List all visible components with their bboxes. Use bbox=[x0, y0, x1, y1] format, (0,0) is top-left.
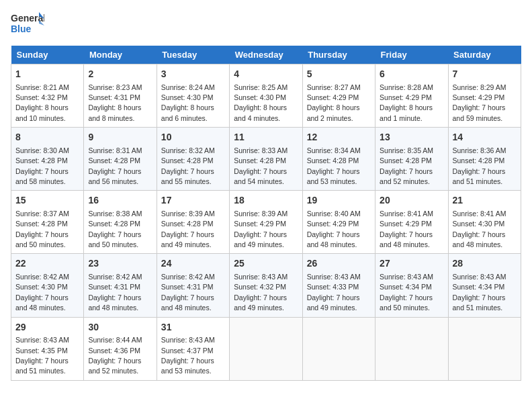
sunset: Sunset: 4:34 PM bbox=[380, 283, 432, 291]
calendar-cell: 15Sunrise: 8:37 AMSunset: 4:28 PMDayligh… bbox=[11, 191, 84, 254]
calendar-header-thursday: Thursday bbox=[302, 46, 375, 64]
sunset: Sunset: 4:34 PM bbox=[453, 283, 505, 291]
daylight: Daylight: 8 hours and 2 minutes. bbox=[307, 103, 360, 122]
day-number: 8 bbox=[15, 131, 79, 144]
sunrise: Sunrise: 8:40 AM bbox=[307, 210, 361, 218]
sunset: Sunset: 4:31 PM bbox=[161, 283, 214, 291]
daylight: Daylight: 7 hours and 53 minutes. bbox=[161, 357, 214, 375]
calendar-cell: 16Sunrise: 8:38 AMSunset: 4:28 PMDayligh… bbox=[84, 191, 157, 254]
sunrise: Sunrise: 8:27 AM bbox=[307, 83, 361, 91]
calendar-cell: 17Sunrise: 8:39 AMSunset: 4:28 PMDayligh… bbox=[157, 191, 229, 254]
day-number: 19 bbox=[307, 194, 371, 208]
calendar-cell bbox=[230, 317, 302, 380]
sunset: Sunset: 4:29 PM bbox=[380, 220, 432, 228]
calendar-cell: 21Sunrise: 8:41 AMSunset: 4:30 PMDayligh… bbox=[448, 191, 521, 254]
daylight: Daylight: 7 hours and 54 minutes. bbox=[234, 167, 287, 185]
calendar-cell bbox=[448, 317, 521, 380]
sunset: Sunset: 4:32 PM bbox=[15, 93, 68, 101]
calendar-cell: 5Sunrise: 8:27 AMSunset: 4:29 PMDaylight… bbox=[302, 64, 375, 128]
sunrise: Sunrise: 8:43 AM bbox=[453, 273, 506, 281]
calendar-header-tuesday: Tuesday bbox=[157, 46, 229, 64]
calendar-cell: 28Sunrise: 8:43 AMSunset: 4:34 PMDayligh… bbox=[448, 254, 521, 317]
calendar-cell: 27Sunrise: 8:43 AMSunset: 4:34 PMDayligh… bbox=[375, 254, 448, 317]
sunrise: Sunrise: 8:37 AM bbox=[15, 210, 69, 218]
day-number: 21 bbox=[453, 194, 517, 208]
sunrise: Sunrise: 8:43 AM bbox=[307, 273, 361, 281]
daylight: Daylight: 7 hours and 58 minutes. bbox=[15, 167, 69, 185]
daylight: Daylight: 7 hours and 49 minutes. bbox=[307, 293, 360, 312]
day-number: 2 bbox=[88, 68, 152, 81]
calendar-header-friday: Friday bbox=[375, 46, 448, 64]
calendar-cell: 19Sunrise: 8:40 AMSunset: 4:29 PMDayligh… bbox=[302, 191, 375, 254]
sunrise: Sunrise: 8:44 AM bbox=[88, 336, 142, 344]
daylight: Daylight: 8 hours and 8 minutes. bbox=[88, 103, 141, 122]
sunset: Sunset: 4:29 PM bbox=[453, 93, 505, 101]
sunrise: Sunrise: 8:43 AM bbox=[161, 336, 215, 344]
day-number: 28 bbox=[453, 257, 517, 271]
calendar-cell: 22Sunrise: 8:42 AMSunset: 4:30 PMDayligh… bbox=[11, 254, 84, 317]
page-header: General Blue bbox=[11, 11, 521, 39]
calendar-cell: 29Sunrise: 8:43 AMSunset: 4:35 PMDayligh… bbox=[11, 317, 84, 380]
calendar-week-5: 29Sunrise: 8:43 AMSunset: 4:35 PMDayligh… bbox=[11, 317, 521, 380]
daylight: Daylight: 7 hours and 51 minutes. bbox=[15, 357, 69, 375]
sunset: Sunset: 4:32 PM bbox=[234, 283, 286, 291]
daylight: Daylight: 7 hours and 52 minutes. bbox=[88, 357, 141, 375]
calendar-cell: 30Sunrise: 8:44 AMSunset: 4:36 PMDayligh… bbox=[84, 317, 157, 380]
sunset: Sunset: 4:28 PM bbox=[88, 156, 140, 165]
day-number: 7 bbox=[453, 68, 517, 81]
calendar-header-row: SundayMondayTuesdayWednesdayThursdayFrid… bbox=[11, 46, 521, 64]
calendar-cell: 26Sunrise: 8:43 AMSunset: 4:33 PMDayligh… bbox=[302, 254, 375, 317]
sunrise: Sunrise: 8:21 AM bbox=[15, 83, 69, 91]
sunset: Sunset: 4:28 PM bbox=[15, 156, 68, 165]
sunset: Sunset: 4:31 PM bbox=[88, 93, 140, 101]
sunset: Sunset: 4:28 PM bbox=[161, 220, 214, 228]
day-number: 12 bbox=[307, 131, 371, 144]
calendar-cell: 1Sunrise: 8:21 AMSunset: 4:32 PMDaylight… bbox=[11, 64, 84, 128]
sunset: Sunset: 4:28 PM bbox=[234, 156, 286, 165]
sunset: Sunset: 4:29 PM bbox=[307, 220, 359, 228]
day-number: 1 bbox=[15, 68, 79, 81]
sunset: Sunset: 4:37 PM bbox=[161, 347, 214, 355]
day-number: 25 bbox=[234, 257, 298, 271]
day-number: 22 bbox=[15, 257, 79, 271]
sunset: Sunset: 4:28 PM bbox=[453, 156, 505, 165]
daylight: Daylight: 7 hours and 49 minutes. bbox=[234, 293, 287, 312]
daylight: Daylight: 7 hours and 59 minutes. bbox=[453, 103, 506, 122]
calendar-cell: 11Sunrise: 8:33 AMSunset: 4:28 PMDayligh… bbox=[230, 128, 302, 191]
sunrise: Sunrise: 8:35 AM bbox=[380, 146, 433, 154]
sunset: Sunset: 4:31 PM bbox=[88, 283, 140, 291]
calendar-cell: 18Sunrise: 8:39 AMSunset: 4:29 PMDayligh… bbox=[230, 191, 302, 254]
day-number: 24 bbox=[161, 257, 225, 271]
calendar-cell bbox=[302, 317, 375, 380]
daylight: Daylight: 8 hours and 1 minute. bbox=[380, 103, 433, 122]
daylight: Daylight: 8 hours and 4 minutes. bbox=[234, 103, 287, 122]
calendar-cell: 4Sunrise: 8:25 AMSunset: 4:30 PMDaylight… bbox=[230, 64, 302, 128]
calendar-header-monday: Monday bbox=[84, 46, 157, 64]
logo: General Blue bbox=[11, 11, 44, 39]
sunrise: Sunrise: 8:24 AM bbox=[161, 83, 215, 91]
calendar-header-saturday: Saturday bbox=[448, 46, 521, 64]
sunrise: Sunrise: 8:31 AM bbox=[88, 146, 142, 154]
day-number: 23 bbox=[88, 257, 152, 271]
day-number: 4 bbox=[234, 68, 298, 81]
calendar-cell: 20Sunrise: 8:41 AMSunset: 4:29 PMDayligh… bbox=[375, 191, 448, 254]
calendar-cell: 24Sunrise: 8:42 AMSunset: 4:31 PMDayligh… bbox=[157, 254, 229, 317]
sunset: Sunset: 4:35 PM bbox=[15, 347, 68, 355]
sunrise: Sunrise: 8:23 AM bbox=[88, 83, 142, 91]
sunrise: Sunrise: 8:41 AM bbox=[453, 210, 506, 218]
sunset: Sunset: 4:29 PM bbox=[234, 220, 286, 228]
daylight: Daylight: 7 hours and 49 minutes. bbox=[234, 230, 287, 248]
calendar-cell: 9Sunrise: 8:31 AMSunset: 4:28 PMDaylight… bbox=[84, 128, 157, 191]
sunset: Sunset: 4:30 PM bbox=[15, 283, 68, 291]
daylight: Daylight: 7 hours and 48 minutes. bbox=[15, 293, 69, 312]
sunrise: Sunrise: 8:42 AM bbox=[15, 273, 69, 281]
calendar-header-wednesday: Wednesday bbox=[230, 46, 302, 64]
sunrise: Sunrise: 8:43 AM bbox=[234, 273, 287, 281]
sunset: Sunset: 4:33 PM bbox=[307, 283, 359, 291]
sunset: Sunset: 4:30 PM bbox=[453, 220, 505, 228]
calendar-cell: 7Sunrise: 8:29 AMSunset: 4:29 PMDaylight… bbox=[448, 64, 521, 128]
sunset: Sunset: 4:28 PM bbox=[88, 220, 140, 228]
calendar-cell: 10Sunrise: 8:32 AMSunset: 4:28 PMDayligh… bbox=[157, 128, 229, 191]
daylight: Daylight: 7 hours and 48 minutes. bbox=[88, 293, 141, 312]
calendar-cell: 6Sunrise: 8:28 AMSunset: 4:29 PMDaylight… bbox=[375, 64, 448, 128]
